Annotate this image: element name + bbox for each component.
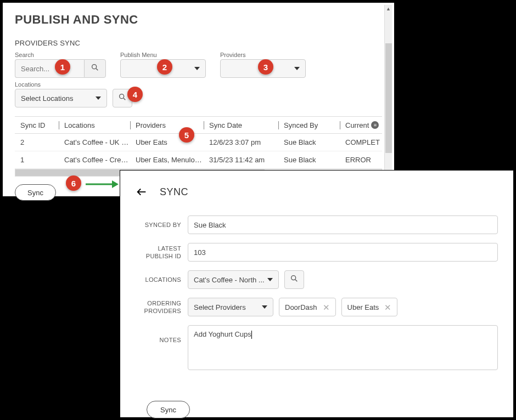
label-notes: NOTES bbox=[136, 325, 188, 344]
latest-publish-id-field[interactable]: 103 bbox=[188, 243, 498, 262]
back-arrow-icon[interactable] bbox=[136, 186, 148, 198]
table-header-row: Sync ID Locations Providers Sync Date Sy… bbox=[15, 116, 382, 134]
search-icon bbox=[118, 93, 127, 104]
th-sync-date[interactable]: Sync Date bbox=[204, 121, 278, 129]
row-synced-by: SYNCED BY Sue Black bbox=[136, 215, 498, 234]
search-button[interactable] bbox=[84, 59, 106, 78]
panel-title: SYNC bbox=[160, 186, 188, 198]
sync-form-panel: SYNC SYNCED BY Sue Black LATEST PUBLISH … bbox=[120, 170, 514, 418]
page-title: PUBLISH AND SYNC bbox=[15, 13, 382, 27]
row-ordering-providers: ORDERING PROVIDERS Select Providers Door… bbox=[136, 298, 498, 316]
providers-label: Providers bbox=[220, 52, 306, 58]
svg-line-1 bbox=[96, 69, 98, 70]
label-synced-by: SYNCED BY bbox=[136, 221, 188, 229]
provider-chip: DoorDash ✕ bbox=[279, 298, 336, 316]
svg-line-6 bbox=[295, 280, 297, 281]
row-notes: NOTES Add Yoghurt Cups bbox=[136, 325, 498, 370]
label-locations: LOCATIONS bbox=[136, 276, 188, 283]
annotation-badge-3: 3 bbox=[258, 59, 273, 75]
annotation-badge-4: 4 bbox=[127, 87, 143, 102]
notes-textarea[interactable]: Add Yoghurt Cups bbox=[188, 325, 498, 370]
svg-point-0 bbox=[92, 65, 97, 69]
search-icon bbox=[290, 274, 299, 285]
sync-button[interactable]: Sync bbox=[15, 184, 56, 201]
locations-dropdown[interactable]: Select Locations bbox=[15, 89, 107, 107]
chevron-down-icon bbox=[194, 67, 200, 70]
th-synced-by[interactable]: Synced By bbox=[278, 121, 340, 129]
search-input[interactable] bbox=[15, 59, 84, 78]
annotation-badge-2: 2 bbox=[157, 59, 172, 75]
svg-marker-8 bbox=[112, 180, 119, 188]
locations-select[interactable]: Cat's Coffee - North ... bbox=[188, 270, 279, 289]
locations-lookup-button[interactable] bbox=[284, 270, 304, 289]
providers-select[interactable]: Select Providers bbox=[188, 298, 273, 316]
annotation-badge-6: 6 bbox=[66, 175, 81, 191]
scroll-thumb[interactable] bbox=[385, 43, 392, 153]
row-latest-publish-id: LATEST PUBLISH ID 103 bbox=[136, 243, 498, 262]
svg-point-2 bbox=[120, 94, 124, 99]
th-sync-id[interactable]: Sync ID bbox=[15, 121, 59, 129]
chip-label: DoorDash bbox=[285, 303, 317, 311]
annotation-arrow-icon bbox=[85, 179, 119, 189]
sync-submit-button[interactable]: Sync bbox=[147, 401, 190, 418]
label-latest-publish-id: LATEST PUBLISH ID bbox=[136, 245, 188, 260]
annotation-badge-1: 1 bbox=[55, 59, 70, 75]
panel-header: SYNC bbox=[136, 186, 498, 198]
remove-chip-icon[interactable]: ✕ bbox=[323, 303, 330, 311]
chip-label: Uber Eats bbox=[347, 303, 379, 311]
th-providers[interactable]: Providers bbox=[130, 121, 204, 129]
locations-value: Select Locations bbox=[21, 94, 73, 103]
filter-icon[interactable]: ≡ bbox=[371, 121, 379, 129]
vertical-scrollbar[interactable]: ▲ ▼ bbox=[384, 5, 392, 196]
locations-field-group: Locations Select Locations bbox=[15, 81, 107, 107]
table-row[interactable]: 1 Cat's Coffee - Cremo... Uber Eats, Men… bbox=[15, 151, 382, 169]
svg-line-3 bbox=[124, 98, 125, 100]
th-current[interactable]: Current ≡ bbox=[340, 121, 383, 129]
annotation-badge-5: 5 bbox=[179, 127, 194, 143]
row-locations: LOCATIONS Cat's Coffee - North ... bbox=[136, 270, 498, 289]
locations-label: Locations bbox=[15, 81, 107, 88]
publish-menu-label: Publish Menu bbox=[120, 52, 206, 58]
search-icon bbox=[91, 63, 99, 74]
synced-by-field[interactable]: Sue Black bbox=[188, 215, 498, 234]
chevron-down-icon bbox=[294, 67, 300, 70]
chevron-down-icon bbox=[96, 97, 101, 100]
remove-chip-icon[interactable]: ✕ bbox=[384, 303, 391, 311]
scroll-up-icon[interactable]: ▲ bbox=[385, 5, 392, 13]
label-ordering-providers: ORDERING PROVIDERS bbox=[136, 299, 188, 315]
chevron-down-icon bbox=[267, 278, 273, 281]
svg-point-5 bbox=[291, 276, 296, 280]
filter-row-2: Locations Select Locations bbox=[15, 81, 382, 107]
provider-chip: Uber Eats ✕ bbox=[341, 298, 398, 316]
table-row[interactable]: 2 Cat's Coffee - UK So... Uber Eats 12/6… bbox=[15, 134, 382, 151]
th-locations[interactable]: Locations bbox=[59, 121, 130, 129]
publish-sync-panel: ▲ ▼ PUBLISH AND SYNC PROVIDERS SYNC Sear… bbox=[2, 2, 395, 197]
section-subtitle: PROVIDERS SYNC bbox=[15, 39, 382, 47]
sync-table: Sync ID Locations Providers Sync Date Sy… bbox=[15, 116, 382, 177]
text-cursor-icon bbox=[251, 331, 252, 339]
search-label: Search bbox=[15, 52, 106, 58]
chevron-down-icon bbox=[262, 305, 267, 309]
